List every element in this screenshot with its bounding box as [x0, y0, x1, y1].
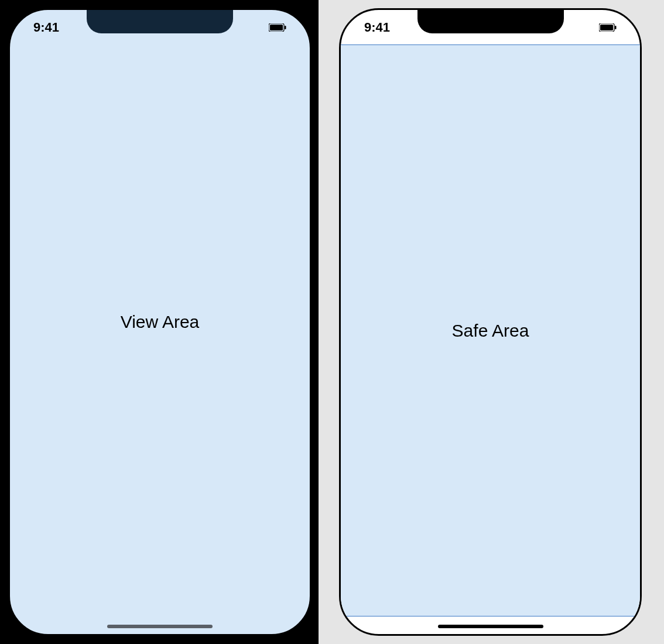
- status-time: 9:41: [33, 20, 59, 35]
- svg-rect-4: [600, 25, 613, 30]
- panel-view-area: 9:41 View Area: [0, 0, 319, 644]
- phone-frame-left: 9:41 View Area: [8, 8, 312, 636]
- safe-area-region: Safe Area: [340, 44, 641, 616]
- panel-safe-area: 9:41 Safe Area: [319, 0, 664, 644]
- svg-rect-1: [270, 25, 283, 30]
- view-area-label: View Area: [10, 312, 310, 332]
- status-bar: 9:41: [10, 19, 310, 36]
- home-indicator-icon: [438, 625, 543, 628]
- home-indicator-icon: [107, 625, 213, 628]
- svg-rect-5: [615, 26, 617, 29]
- safe-area-label: Safe Area: [341, 321, 640, 341]
- battery-icon: [269, 23, 286, 32]
- svg-rect-2: [285, 26, 286, 29]
- status-bar: 9:41: [341, 19, 640, 36]
- battery-icon: [599, 23, 617, 32]
- phone-frame-right: 9:41 Safe Area: [339, 8, 642, 636]
- status-time: 9:41: [364, 20, 390, 35]
